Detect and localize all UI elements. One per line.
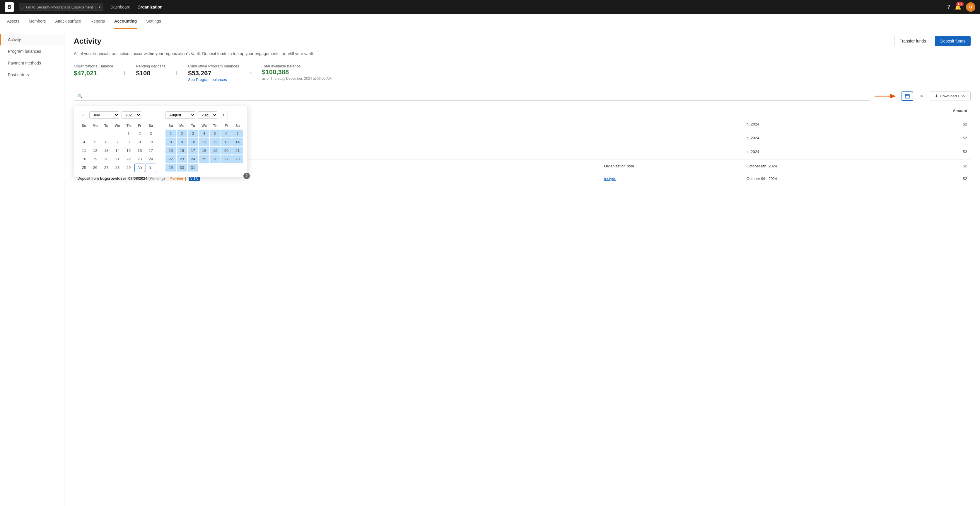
nav-assets[interactable]: Assets (7, 14, 19, 29)
aug-day-21[interactable]: 21 (232, 147, 243, 155)
cal-day-16[interactable]: 16 (134, 147, 145, 155)
cal-day-1[interactable]: 1 (123, 129, 134, 137)
search-bar[interactable]: ⌕ Go to Security Program or Engagement |… (19, 3, 103, 11)
cal-day-5[interactable]: 5 (90, 138, 100, 146)
cal-day-3[interactable]: 3 (146, 129, 156, 137)
sidebar-item-program-balances[interactable]: Program balances (0, 45, 64, 57)
aug-day-7[interactable]: 7 (232, 129, 243, 137)
pending-deposits: Pending deposits $100 (127, 64, 175, 77)
cal-day-26[interactable]: 26 (90, 164, 100, 172)
cal-day-30[interactable]: 30 (134, 164, 145, 172)
aug-day-2[interactable]: 2 (177, 129, 187, 137)
calendar-button[interactable] (902, 91, 913, 101)
cal-day-8[interactable]: 8 (123, 138, 134, 146)
aug-day-27[interactable]: 27 (221, 155, 232, 163)
cal-day-20[interactable]: 20 (101, 155, 111, 163)
aug-day-14[interactable]: 14 (232, 138, 243, 146)
cal-day-19[interactable]: 19 (90, 155, 100, 163)
search-box[interactable]: 🔍 (74, 92, 871, 101)
cal-day-31[interactable]: 31 (146, 164, 156, 172)
nav-dashboard[interactable]: Dashboard (110, 5, 130, 10)
aug-day-30[interactable]: 30 (177, 164, 187, 171)
cal-day-18[interactable]: 18 (79, 155, 89, 163)
dropdown-icon[interactable]: ▾ (99, 5, 101, 10)
cal-left-month-select[interactable]: July JanuaryFebruaryMarch AprilMayJune A… (89, 112, 119, 119)
clear-button[interactable]: ✕ (917, 92, 926, 100)
aug-day-5[interactable]: 5 (210, 129, 221, 137)
see-program-balances-link[interactable]: See Program balances (188, 77, 227, 82)
cal-day-27[interactable]: 27 (101, 164, 111, 172)
cal-next-button[interactable]: › (220, 111, 228, 119)
cal-day-2[interactable]: 2 (134, 129, 145, 137)
cal-day-29[interactable]: 29 (123, 164, 134, 172)
aug-day-15[interactable]: 15 (165, 147, 176, 155)
help-icon[interactable]: ? (947, 4, 950, 10)
aug-day-10[interactable]: 10 (188, 138, 198, 146)
aug-day-16[interactable]: 16 (177, 147, 187, 155)
search-input[interactable] (85, 94, 867, 99)
cal-left-year-select[interactable]: 20192020202120222023 (121, 112, 141, 119)
cal-day-28[interactable]: 28 (112, 164, 123, 172)
cal-day-15[interactable]: 15 (123, 147, 134, 155)
cal-right-month-select[interactable]: JanuaryFebruaryMarch AprilMayJune JulyAu… (165, 112, 196, 119)
aug-day-20[interactable]: 20 (221, 147, 232, 155)
aug-day-6[interactable]: 6 (221, 129, 232, 137)
aug-day-31[interactable]: 31 (188, 164, 198, 171)
aug-day-4[interactable]: 4 (199, 129, 209, 137)
nav-accounting[interactable]: Accounting (114, 14, 137, 29)
cal-day-4[interactable]: 4 (79, 138, 89, 146)
th-amount: Amount (888, 105, 970, 116)
nav-reports[interactable]: Reports (91, 14, 105, 29)
user-avatar[interactable]: U (966, 2, 975, 12)
cal-day-22[interactable]: 22 (123, 155, 134, 163)
aug-day-24[interactable]: 24 (188, 155, 198, 163)
cal-day-7[interactable]: 7 (112, 138, 123, 146)
notification-bell[interactable]: 🔔 177 (955, 4, 961, 10)
cal-day-6[interactable]: 6 (101, 138, 111, 146)
aug-day-28[interactable]: 28 (232, 155, 243, 163)
aug-day-26[interactable]: 26 (210, 155, 221, 163)
cal-day-21[interactable]: 21 (112, 155, 123, 163)
aug-day-8[interactable]: 8 (165, 138, 176, 146)
aug-day-19[interactable]: 19 (210, 147, 221, 155)
cal-day-25[interactable]: 25 (79, 164, 89, 172)
cal-day-10[interactable]: 10 (146, 138, 156, 146)
aug-day-9[interactable]: 9 (177, 138, 187, 146)
cal-day-12[interactable]: 12 (90, 147, 100, 155)
transfer-funds-button[interactable]: Transfer funds (894, 36, 932, 46)
nav-settings[interactable]: Settings (146, 14, 161, 29)
sidebar-item-past-orders[interactable]: Past orders (0, 69, 64, 81)
aug-day-25[interactable]: 25 (199, 155, 209, 163)
nav-members[interactable]: Members (29, 14, 46, 29)
sidebar-item-activity[interactable]: Activity (0, 34, 64, 45)
aug-day-18[interactable]: 18 (199, 147, 209, 155)
cal-day-23[interactable]: 23 (134, 155, 145, 163)
aug-day-29[interactable]: 29 (165, 164, 176, 171)
nav-organization[interactable]: Organization (137, 5, 162, 10)
download-csv-button[interactable]: ⬇ Download CSV (930, 91, 970, 101)
th-col4 (743, 105, 888, 116)
aug-day-1[interactable]: 1 (165, 129, 176, 137)
sidebar-item-payment-methods[interactable]: Payment methods (0, 57, 64, 69)
cal-day-14[interactable]: 14 (112, 147, 123, 155)
cal-day-17[interactable]: 17 (146, 147, 156, 155)
cal-prev-button[interactable]: ‹ (79, 111, 87, 119)
cal-day-24[interactable]: 24 (146, 155, 156, 163)
aug-day-13[interactable]: 13 (221, 138, 232, 146)
deposit-funds-button[interactable]: Deposit funds (935, 36, 970, 46)
aug-day-11[interactable]: 11 (199, 138, 209, 146)
cal-right-year-select[interactable]: 20192020202120222023 (198, 112, 217, 119)
aug-day-17[interactable]: 17 (188, 147, 198, 155)
top-nav: Dashboard Organization (110, 5, 162, 10)
help-corner[interactable]: ? (243, 173, 250, 179)
cal-left-grid: Su Mo Tu We Th Fr Sa 1 2 3 (79, 123, 156, 172)
testydp-link[interactable]: testydp (604, 177, 616, 181)
aug-day-22[interactable]: 22 (165, 155, 176, 163)
cal-day-9[interactable]: 9 (134, 138, 145, 146)
nav-attack-surface[interactable]: Attack surface (55, 14, 81, 29)
aug-day-23[interactable]: 23 (177, 155, 187, 163)
cal-day-13[interactable]: 13 (101, 147, 111, 155)
aug-day-3[interactable]: 3 (188, 129, 198, 137)
cal-day-11[interactable]: 11 (79, 147, 89, 155)
aug-day-12[interactable]: 12 (210, 138, 221, 146)
